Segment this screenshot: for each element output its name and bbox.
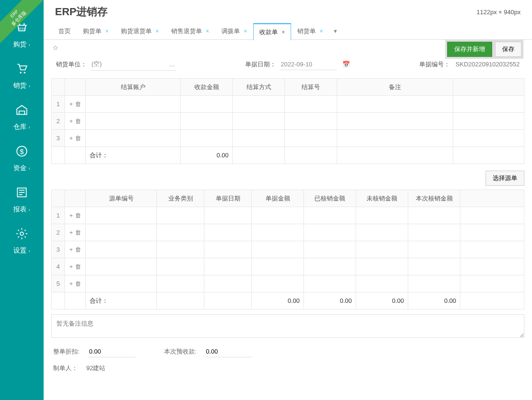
add-row-icon[interactable]: + [69, 135, 73, 142]
close-icon[interactable]: × [282, 29, 285, 36]
svg-point-0 [20, 72, 22, 73]
chevron-right-icon: › [28, 83, 30, 89]
sales-unit-label: 销货单位： [56, 60, 87, 69]
sales-unit-field: 销货单位： (空) … [56, 58, 176, 71]
delete-row-icon[interactable]: 🗑 [75, 118, 81, 125]
tab-receipt[interactable]: 收款单× [253, 23, 291, 40]
remark-textarea[interactable] [51, 314, 524, 338]
table-row: 1+🗑 [52, 96, 524, 113]
sidebar-item-money[interactable]: $ 资金› [0, 138, 44, 179]
delete-row-icon[interactable]: 🗑 [75, 246, 81, 253]
close-icon[interactable]: × [320, 28, 323, 35]
sidebar-item-label: 报表 [13, 205, 27, 214]
tab-sales-return[interactable]: 销售退货单× [165, 23, 215, 40]
calendar-icon[interactable]: 📅 [342, 61, 350, 68]
doc-date-input[interactable]: 2022-09-10 [280, 59, 337, 70]
sidebar-item-label: 仓库 [13, 123, 27, 131]
prepay-input[interactable] [205, 346, 252, 357]
svg-point-5 [20, 232, 24, 236]
close-icon[interactable]: × [156, 28, 159, 35]
add-row-icon[interactable]: + [69, 118, 73, 125]
close-icon[interactable]: × [206, 28, 209, 35]
delete-row-icon[interactable]: 🗑 [75, 263, 81, 270]
lookup-icon[interactable]: … [169, 61, 175, 68]
delete-row-icon[interactable]: 🗑 [75, 100, 81, 108]
report-icon [15, 186, 28, 202]
sidebar-item-label: 销货 [13, 82, 27, 90]
money-icon: $ [15, 145, 28, 161]
add-row-icon[interactable]: + [69, 246, 73, 253]
gear-icon [15, 227, 28, 244]
discount-field: 整单折扣: [53, 346, 136, 357]
table-row: 3+🗑 [52, 241, 524, 258]
doc-number-field: 单据编号： SKD202209102032552 [419, 60, 520, 69]
add-row-icon[interactable]: + [69, 280, 73, 287]
settlement-table: 结算账户 收款金额 结算方式 结算号 备注 1+🗑 2+🗑 3+🗑 合计：0.0… [51, 78, 524, 164]
chevron-right-icon: › [28, 42, 30, 47]
sidebar-item-settings[interactable]: 设置› [0, 220, 44, 262]
doc-date-field: 单据日期： 2022-09-10 📅 [245, 59, 350, 70]
svg-point-1 [24, 72, 26, 73]
tab-bar: 首页 购货单× 购货退货单× 销售退货单× 调拨单× 收款单× 销货单× ▾ [44, 23, 532, 40]
doc-date-label: 单据日期： [245, 60, 276, 69]
sidebar-item-label: 资金 [13, 164, 27, 173]
add-row-icon[interactable]: + [69, 229, 73, 236]
chevron-right-icon: › [28, 166, 30, 171]
delete-row-icon[interactable]: 🗑 [75, 135, 81, 142]
svg-text:$: $ [20, 147, 24, 155]
tab-more-dropdown[interactable]: ▾ [329, 27, 342, 35]
dimensions-label: 1122px × 940px [477, 9, 521, 16]
sidebar: 购货› 销货› 仓库› $ 资金› 报表› 设置› [0, 0, 44, 400]
cart-icon [15, 62, 28, 79]
chevron-right-icon: › [28, 248, 30, 254]
table-row: 4+🗑 [52, 258, 524, 275]
close-icon[interactable]: × [105, 28, 109, 35]
chevron-right-icon: › [28, 125, 30, 130]
delete-row-icon[interactable]: 🗑 [75, 280, 81, 287]
warehouse-icon [15, 103, 28, 120]
version-ribbon: ERP 多仓库版 [0, 0, 43, 43]
close-icon[interactable]: × [244, 28, 247, 35]
chevron-right-icon: › [28, 207, 30, 212]
select-source-button[interactable]: 选择源单 [486, 171, 524, 186]
add-row-icon[interactable]: + [69, 263, 73, 270]
tab-sales[interactable]: 销货单× [291, 23, 329, 40]
sales-unit-input[interactable]: (空) … [91, 58, 176, 71]
table-row: 1+🗑 [52, 207, 524, 224]
table-row: 3+🗑 [52, 130, 524, 147]
discount-input[interactable] [88, 346, 136, 357]
settings-icon[interactable]: ✿ [53, 45, 58, 51]
total-row: 合计：0.00 [52, 147, 524, 164]
prepay-field: 本次预收款: [164, 346, 253, 357]
delete-row-icon[interactable]: 🗑 [75, 229, 81, 236]
sidebar-item-warehouse[interactable]: 仓库› [0, 97, 44, 138]
table-row: 2+🗑 [52, 113, 524, 130]
creator-field: 制单人： 92建站 [53, 364, 105, 373]
total-row: 合计：0.000.000.000.00 [52, 292, 524, 309]
sidebar-item-sales[interactable]: 销货› [0, 55, 44, 97]
tab-transfer[interactable]: 调拨单× [215, 23, 253, 40]
add-row-icon[interactable]: + [69, 100, 73, 108]
save-and-add-button[interactable]: 保存并新增 [447, 42, 492, 57]
tab-purchase-return[interactable]: 购货退货单× [115, 23, 165, 40]
source-table: 源单编号 业务类别 单据日期 单据金额 已核销金额 未核销金额 本次核销金额 1… [51, 190, 524, 309]
delete-row-icon[interactable]: 🗑 [75, 212, 81, 219]
add-row-icon[interactable]: + [69, 212, 73, 219]
save-button[interactable]: 保存 [495, 42, 522, 57]
sidebar-item-report[interactable]: 报表› [0, 179, 44, 220]
table-row: 2+🗑 [52, 224, 524, 241]
tab-purchase[interactable]: 购货单× [77, 23, 115, 40]
table-row: 5+🗑 [52, 275, 524, 292]
tab-home[interactable]: 首页 [52, 23, 77, 40]
app-title: ERP进销存 [55, 5, 108, 19]
sidebar-item-label: 设置 [13, 246, 27, 255]
